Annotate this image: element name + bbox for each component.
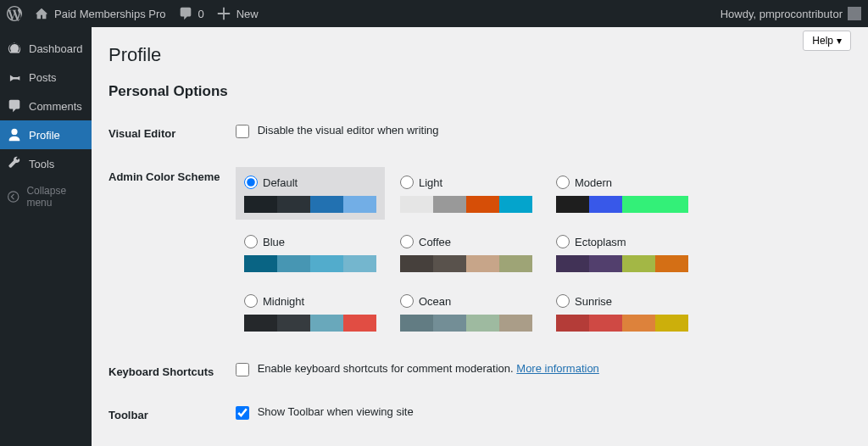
home-icon [34,6,49,21]
sidebar-label: Tools [29,158,54,170]
wordpress-icon [7,6,22,21]
color-scheme-name: Blue [263,236,285,248]
avatar [848,7,861,20]
color-scheme-name: Coffee [419,236,451,248]
comment-icon [178,6,193,21]
admin-color-label: Admin Color Scheme [108,155,236,350]
admin-sidebar: Dashboard Posts Comments Profile Tools C… [0,27,92,446]
help-button[interactable]: Help ▾ [803,31,851,51]
comments-link[interactable]: 0 [178,6,204,21]
comment-icon [7,98,22,114]
color-scheme-radio[interactable] [244,235,258,248]
color-scheme-radio[interactable] [400,294,414,308]
color-swatch [400,196,532,213]
color-scheme-midnight[interactable]: Midnight [236,286,385,338]
color-scheme-name: Default [263,176,298,189]
site-title: Paid Memberships Pro [54,8,166,20]
color-scheme-coffee[interactable]: Coffee [392,226,541,279]
sidebar-label: Dashboard [29,42,83,55]
color-schemes: DefaultLightModernBlueCoffeeEctoplasmMid… [236,167,843,338]
color-scheme-name: Ocean [419,295,451,308]
color-scheme-ectoplasm[interactable]: Ectoplasm [548,226,697,279]
user-icon [7,127,22,142]
color-scheme-name: Midnight [263,295,304,308]
sidebar-item-profile[interactable]: Profile [0,120,92,149]
color-swatch [556,315,688,332]
color-scheme-blue[interactable]: Blue [236,226,385,279]
color-scheme-name: Ectoplasm [575,236,626,248]
color-scheme-radio[interactable] [244,294,258,308]
sidebar-item-comments[interactable]: Comments [0,92,92,120]
color-swatch [244,315,376,332]
color-swatch [244,255,376,272]
wrench-icon [7,156,22,171]
site-name-link[interactable]: Paid Memberships Pro [34,6,166,21]
chevron-down-icon: ▾ [837,35,842,47]
color-scheme-radio[interactable] [400,235,414,248]
collapse-menu[interactable]: Collapse menu [0,178,92,215]
toolbar-label: Toolbar [108,393,236,437]
color-scheme-radio[interactable] [556,176,570,189]
page-title: Profile [108,44,851,66]
keyboard-more-link[interactable]: More information [516,362,599,375]
sidebar-item-posts[interactable]: Posts [0,63,92,92]
main-content: Help ▾ Profile Personal Options Visual E… [92,27,868,446]
color-swatch [400,255,532,272]
color-swatch [400,315,532,332]
color-scheme-radio[interactable] [400,176,414,189]
svg-point-0 [8,192,19,202]
color-scheme-modern[interactable]: Modern [548,167,697,220]
dashboard-icon [7,41,22,56]
color-scheme-sunrise[interactable]: Sunrise [548,286,697,338]
sidebar-item-dashboard[interactable]: Dashboard [0,34,92,63]
keyboard-checkbox[interactable] [236,363,249,376]
pin-icon [7,70,22,85]
color-scheme-name: Light [419,176,442,189]
plus-icon [216,6,231,21]
color-scheme-light[interactable]: Light [392,167,541,220]
color-scheme-radio[interactable] [556,294,570,308]
sidebar-label: Comments [29,100,82,113]
color-scheme-radio[interactable] [244,176,258,189]
account-link[interactable]: Howdy, pmprocontributor [721,7,861,20]
collapse-label: Collapse menu [26,185,85,209]
collapse-icon [7,189,19,204]
visual-editor-checkbox[interactable] [236,125,249,138]
section-personal-options: Personal Options [108,83,851,100]
color-scheme-name: Sunrise [575,295,612,308]
keyboard-option[interactable]: Enable keyboard shortcuts for comment mo… [236,362,516,375]
toolbar-checkbox[interactable] [236,406,249,420]
admin-bar: Paid Memberships Pro 0 New Howdy, pmproc… [0,0,868,27]
color-scheme-default[interactable]: Default [236,167,385,220]
howdy-text: Howdy, pmprocontributor [721,8,843,20]
toolbar-option[interactable]: Show Toolbar when viewing site [236,405,414,418]
color-swatch [556,255,688,272]
color-scheme-ocean[interactable]: Ocean [392,286,541,338]
color-swatch [556,196,688,213]
wp-logo[interactable] [7,6,22,21]
sidebar-label: Profile [29,129,60,142]
keyboard-label: Keyboard Shortcuts [108,350,236,393]
visual-editor-option[interactable]: Disable the visual editor when writing [236,124,439,137]
sidebar-item-tools[interactable]: Tools [0,149,92,178]
color-swatch [244,196,376,213]
sidebar-label: Posts [29,71,57,84]
visual-editor-label: Visual Editor [108,112,236,155]
new-content-link[interactable]: New [216,6,259,21]
comment-count: 0 [198,8,204,20]
new-label: New [236,8,259,20]
color-scheme-radio[interactable] [556,235,570,248]
color-scheme-name: Modern [575,176,612,189]
